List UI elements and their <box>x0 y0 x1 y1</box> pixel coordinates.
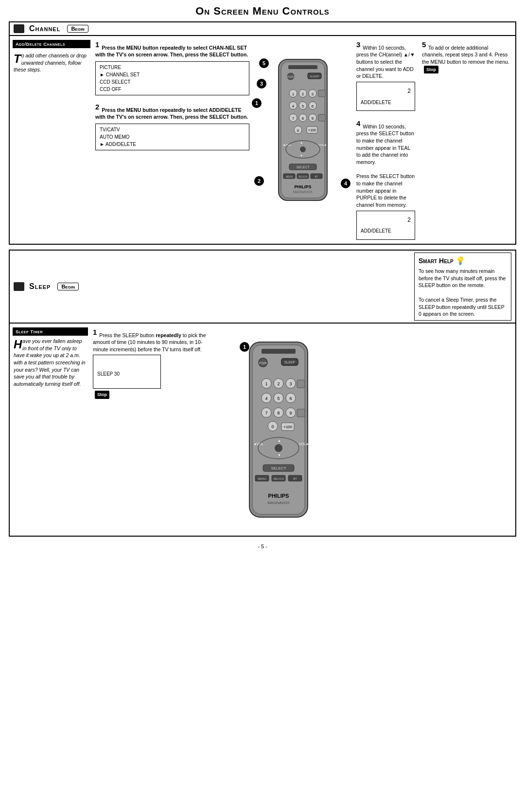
svg-text:VOL►: VOL► <box>299 442 309 446</box>
sleep-section-header: Sleep Begin Smart Help 💡 To see how many… <box>10 251 515 324</box>
smart-help-container: Smart Help 💡 To see how many minutes rem… <box>414 253 511 321</box>
svg-text:3: 3 <box>289 381 292 386</box>
smart-help-title: Smart Help 💡 <box>419 255 507 266</box>
channel-col-5: 5 To add or delete additional channels, … <box>420 40 512 241</box>
channel-remote-svg: PWR SLEEP 1 2 3 4 5 6 7 <box>264 54 342 220</box>
channel-step4-text1: Within 10 seconds, press the SELECT butt… <box>356 123 414 164</box>
svg-text:5: 5 <box>277 396 280 401</box>
svg-rect-74 <box>297 409 305 417</box>
sleep-step1-bold: repeatedly <box>156 332 181 338</box>
svg-rect-2 <box>288 65 317 69</box>
sleep-begin-badge: Begin <box>57 283 79 290</box>
channel-step2-number: 2 <box>95 103 99 111</box>
svg-text:PHILIPS: PHILIPS <box>268 493 289 499</box>
svg-text:PWR: PWR <box>287 75 295 78</box>
channel-step1-text: Press the MENU button repeatedly to sele… <box>95 45 248 58</box>
channel-step3-num: 2 <box>361 87 411 95</box>
svg-text:6: 6 <box>312 104 314 108</box>
svg-text:5: 5 <box>302 104 304 108</box>
svg-text:7: 7 <box>292 116 295 121</box>
sleep-sidebar-label: Sleep Timer <box>13 327 88 336</box>
sleep-icon <box>14 282 24 291</box>
svg-text:PWR: PWR <box>259 361 267 365</box>
menu-item-picture: PICTURE <box>100 64 245 71</box>
menu-item-adddelete: ► ADD/DELETE <box>100 141 245 148</box>
channel-step2-menu: TV/CATV AUTO MEMO ► ADD/DELETE <box>95 124 249 150</box>
svg-rect-50 <box>262 349 296 354</box>
sleep-step1-col: 1 Press the SLEEP button repeatedly to p… <box>91 327 217 400</box>
svg-text:BT: BT <box>315 175 318 178</box>
svg-text:9: 9 <box>289 411 292 415</box>
channel-step4-text2: Press the SELECT button to make the chan… <box>356 173 415 208</box>
svg-text:7: 7 <box>265 411 267 415</box>
channel-right-col: 3 Within 10 seconds, press the CH(annel)… <box>354 40 512 241</box>
svg-text:MAGNAVOX: MAGNAVOX <box>293 190 313 194</box>
svg-text:MAGNAVOX: MAGNAVOX <box>267 501 290 505</box>
channel-step4-number: 4 <box>356 119 360 127</box>
menu-item-tvcatv: TV/CATV <box>100 126 245 133</box>
callout-3: 3 <box>257 79 266 89</box>
page-title: On Screen Menu Controls <box>0 0 525 21</box>
channel-title: Channel <box>29 24 60 33</box>
smart-help-text2: To cancel a Sleep Timer, press the SLEEP… <box>419 296 507 318</box>
sleep-remote-col: PWR SLEEP 1 2 3 4 5 <box>220 327 337 533</box>
svg-text:+100: +100 <box>308 128 316 132</box>
svg-text:1: 1 <box>265 381 267 386</box>
svg-text:9: 9 <box>312 116 314 121</box>
channel-step1-menu: PICTURE ► CHANNEL SET CCD SELECT CCD OFF <box>95 61 249 95</box>
channel-col-3-4: 3 Within 10 seconds, press the CH(annel)… <box>354 40 417 241</box>
sleep-step1: 1 Press the SLEEP button repeatedly to p… <box>91 327 217 400</box>
svg-text:SLEEP: SLEEP <box>310 75 319 78</box>
channel-step1: 1 Press the MENU button repeatedly to se… <box>93 40 251 96</box>
channel-step2: 2 Press the MENU button repeatedly to se… <box>93 102 251 151</box>
channel-begin-badge: Begin <box>67 25 88 33</box>
channel-sidebar-label: Add/Delete Channels <box>13 40 90 48</box>
svg-text:2: 2 <box>302 92 304 96</box>
channel-step5-text: To add or delete additional channels, re… <box>422 45 509 65</box>
svg-rect-13 <box>318 90 325 97</box>
menu-item-channelset: ► CHANNEL SET <box>100 71 245 78</box>
svg-text:8: 8 <box>277 411 280 415</box>
channel-sidebar: Add/Delete Channels To add other channel… <box>13 40 90 73</box>
channel-step5: 5 To add or delete additional channels, … <box>420 40 512 74</box>
svg-text:▼: ▼ <box>300 154 303 157</box>
sleep-title: Sleep <box>29 282 51 291</box>
svg-rect-61 <box>297 380 305 388</box>
svg-text:▲: ▲ <box>300 141 303 144</box>
channel-section-body: Add/Delete Channels To add other channel… <box>10 36 515 244</box>
svg-text:SLEEP: SLEEP <box>284 361 296 364</box>
svg-text:8: 8 <box>302 116 304 121</box>
svg-text:6: 6 <box>289 396 292 401</box>
svg-text:SEL/CH: SEL/CH <box>273 477 284 480</box>
sleep-screen-label: SLEEP 30 <box>97 371 157 378</box>
sleep-remote-svg: PWR SLEEP 1 2 3 4 5 <box>235 337 322 532</box>
svg-text:1: 1 <box>292 92 295 96</box>
channel-step3-text: Within 10 seconds, press the CH(annel) ▲… <box>356 45 415 79</box>
channel-stop-badge: Stop <box>424 66 438 74</box>
callout-2: 2 <box>254 176 264 186</box>
callout-4: 4 <box>341 179 350 188</box>
svg-point-85 <box>275 444 282 452</box>
callout-5: 5 <box>259 58 269 68</box>
channel-section-header: Channel Begin <box>10 22 515 36</box>
channel-icon <box>14 24 24 33</box>
svg-rect-49 <box>252 345 305 514</box>
sleep-section-body: Sleep Timer Have you ever fallen asleep … <box>10 324 515 536</box>
svg-text:+100: +100 <box>283 425 293 429</box>
smart-help-box: Smart Help 💡 To see how many minutes rem… <box>414 253 511 321</box>
svg-text:MENU: MENU <box>286 175 293 178</box>
channel-step3: 3 Within 10 seconds, press the CH(annel)… <box>354 40 417 112</box>
menu-item-ccdoff: CCD OFF <box>100 86 245 93</box>
sleep-step1-number: 1 <box>93 328 97 336</box>
channel-drop-cap: T <box>14 53 21 65</box>
svg-text:BT: BT <box>293 477 297 480</box>
page-number: - 5 - <box>0 541 525 553</box>
channel-step5-number: 5 <box>422 40 426 49</box>
menu-item-automemo: AUTO MEMO <box>100 133 245 141</box>
channel-step3-adddelete: ADD/DELETE <box>361 99 411 106</box>
svg-text:SELECT: SELECT <box>271 466 286 470</box>
channel-section: Channel Begin Add/Delete Channels To add… <box>9 21 516 245</box>
channel-step4-adddelete: ADD/DELETE <box>361 228 411 235</box>
channel-remote-area: PWR SLEEP 1 2 3 4 5 6 7 <box>254 40 351 220</box>
callout-1: 1 <box>252 98 262 108</box>
